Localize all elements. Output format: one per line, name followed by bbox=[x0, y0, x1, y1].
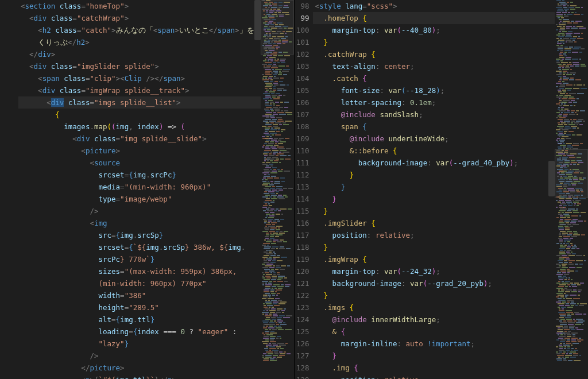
code-line[interactable]: 125 & { bbox=[295, 326, 589, 338]
line-number bbox=[0, 145, 21, 157]
code-line[interactable]: 116 .imgSlider { bbox=[295, 217, 589, 229]
code-line[interactable]: 105 font-size: var(--18_28); bbox=[295, 84, 589, 96]
code-line[interactable]: </picture> bbox=[0, 362, 294, 374]
line-number: 123 bbox=[295, 301, 315, 314]
line-number: 129 bbox=[295, 374, 315, 379]
right-minimap[interactable] bbox=[555, 0, 588, 379]
code-line[interactable]: 124 @include innerWidthLarge; bbox=[295, 314, 589, 326]
line-number bbox=[0, 350, 21, 362]
code-line[interactable]: 102 .catchWrap { bbox=[295, 48, 589, 60]
code-line[interactable]: 114 } bbox=[295, 193, 589, 205]
code-line[interactable]: 121 background-image: var(--grad_20_pyb)… bbox=[295, 277, 589, 289]
code-line[interactable]: 98<style lang="scss"> bbox=[295, 0, 589, 12]
code-line[interactable]: srcPc} 770w`} bbox=[0, 253, 294, 265]
code-line[interactable]: /> bbox=[0, 205, 294, 217]
code-line[interactable]: 123 .imgs { bbox=[295, 301, 589, 314]
right-code-area[interactable]: 98<style lang="scss">99 .homeTop {100 ma… bbox=[295, 0, 589, 379]
code-line[interactable]: 128 .img { bbox=[295, 362, 589, 374]
code-line[interactable]: src={img.srcSp} bbox=[0, 229, 294, 241]
left-code-area[interactable]: <section class="homeTop"> <div class="ca… bbox=[0, 0, 294, 379]
code-line[interactable]: 115 } bbox=[295, 205, 589, 217]
code-line[interactable]: </div> bbox=[0, 48, 294, 60]
code-line[interactable]: 122 } bbox=[295, 289, 589, 301]
line-number bbox=[0, 60, 21, 72]
code-line[interactable]: 100 margin-top: var(--40_80); bbox=[295, 24, 589, 36]
line-number: 125 bbox=[295, 326, 315, 338]
line-number: 124 bbox=[295, 314, 315, 326]
code-line[interactable]: 127 } bbox=[295, 350, 589, 362]
line-number: 120 bbox=[295, 265, 315, 277]
code-line[interactable]: 107 @include sandSlash; bbox=[295, 109, 589, 121]
line-number bbox=[0, 362, 21, 374]
code-line[interactable]: { bbox=[0, 109, 294, 121]
code-line[interactable]: <div class="img splide__slide"> bbox=[0, 133, 294, 145]
line-number: 117 bbox=[295, 229, 315, 241]
line-number bbox=[0, 217, 21, 229]
code-line[interactable]: 129 position: relative; bbox=[295, 374, 589, 379]
line-number: 112 bbox=[295, 169, 315, 181]
code-line[interactable]: srcset={`${img.srcSp} 386w, ${img. bbox=[0, 241, 294, 253]
code-line[interactable]: <div class="imgWrap splide__track"> bbox=[0, 84, 294, 96]
code-line[interactable]: 118 } bbox=[295, 241, 589, 253]
code-line[interactable]: 126 margin-inline: auto !important; bbox=[295, 338, 589, 350]
code-line[interactable]: <img bbox=[0, 217, 294, 229]
code-line[interactable]: <source bbox=[0, 157, 294, 169]
line-number: 108 bbox=[295, 121, 315, 133]
code-line[interactable]: sizes="(max-width: 959px) 386px, bbox=[0, 265, 294, 277]
line-number: 116 bbox=[295, 217, 315, 229]
line-number bbox=[0, 84, 21, 96]
right-scrollbar[interactable] bbox=[548, 0, 555, 379]
scrollbar-thumb[interactable] bbox=[548, 161, 555, 196]
line-number: 126 bbox=[295, 338, 315, 350]
right-editor-pane[interactable]: 98<style lang="scss">99 .homeTop {100 ma… bbox=[295, 0, 589, 379]
code-line[interactable]: 109 @include underLineWide; bbox=[295, 133, 589, 145]
code-line[interactable]: <div class="catchWrap"> bbox=[0, 12, 294, 24]
left-minimap[interactable] bbox=[261, 0, 294, 379]
code-line[interactable]: 120 margin-top: var(--24_32); bbox=[295, 265, 589, 277]
line-number: 127 bbox=[295, 350, 315, 362]
code-line[interactable]: width="386" bbox=[0, 289, 294, 301]
code-line[interactable]: 110 &::before { bbox=[295, 145, 589, 157]
code-line[interactable]: 108 span { bbox=[295, 121, 589, 133]
code-line[interactable]: <span class="clip"><Clip /></span> bbox=[0, 72, 294, 84]
code-line[interactable]: <p>{`#${img.ttl}`}</p> bbox=[0, 374, 294, 379]
code-line[interactable]: media="(min-width: 960px)" bbox=[0, 181, 294, 193]
code-line[interactable]: 104 .catch { bbox=[295, 72, 589, 84]
code-line[interactable]: <div class="imgs splide__list"> bbox=[0, 96, 294, 109]
code-line[interactable]: 106 letter-spacing: 0.1em; bbox=[295, 96, 589, 109]
code-line[interactable]: <div class="imgSlider splide"> bbox=[0, 60, 294, 72]
line-number: 128 bbox=[295, 362, 315, 374]
code-line[interactable]: alt={img.ttl} bbox=[0, 314, 294, 326]
code-line[interactable]: 99 .homeTop { bbox=[295, 12, 589, 24]
code-line[interactable]: /> bbox=[0, 350, 294, 362]
code-line[interactable]: height="289.5" bbox=[0, 301, 294, 314]
code-line[interactable]: images.map((img, index) => ( bbox=[0, 121, 294, 133]
line-number bbox=[0, 109, 21, 121]
code-line[interactable]: 113 } bbox=[295, 181, 589, 193]
left-scrollbar[interactable] bbox=[254, 0, 261, 379]
code-line[interactable]: くりっぷ</h2> bbox=[0, 36, 294, 48]
code-line[interactable]: <section class="homeTop"> bbox=[0, 0, 294, 12]
line-number bbox=[0, 96, 21, 109]
code-line[interactable]: (min-width: 960px) 770px" bbox=[0, 277, 294, 289]
line-number bbox=[0, 72, 21, 84]
code-line[interactable]: 111 background-image: var(--grad_40_pby)… bbox=[295, 157, 589, 169]
scrollbar-thumb[interactable] bbox=[254, 0, 261, 40]
code-line[interactable]: loading={index === 0 ? "eager" : bbox=[0, 326, 294, 338]
line-number bbox=[0, 157, 21, 169]
line-number bbox=[0, 253, 21, 265]
code-line[interactable]: <h2 class="catch">みんなの「<span>いいとこ</span>… bbox=[0, 24, 294, 36]
code-line[interactable]: 103 text-align: center; bbox=[295, 60, 589, 72]
code-line[interactable]: 112 } bbox=[295, 169, 589, 181]
code-line[interactable]: 119 .imgWrap { bbox=[295, 253, 589, 265]
code-line[interactable]: "lazy"} bbox=[0, 338, 294, 350]
code-line[interactable]: type="image/webp" bbox=[0, 193, 294, 205]
code-line[interactable]: 117 position: relative; bbox=[295, 229, 589, 241]
code-line[interactable]: srcset={img.srcPc} bbox=[0, 169, 294, 181]
line-number: 114 bbox=[295, 193, 315, 205]
line-number bbox=[0, 193, 21, 205]
code-line[interactable]: <picture> bbox=[0, 145, 294, 157]
line-number: 103 bbox=[295, 60, 315, 72]
code-line[interactable]: 101 } bbox=[295, 36, 589, 48]
left-editor-pane[interactable]: <section class="homeTop"> <div class="ca… bbox=[0, 0, 295, 379]
